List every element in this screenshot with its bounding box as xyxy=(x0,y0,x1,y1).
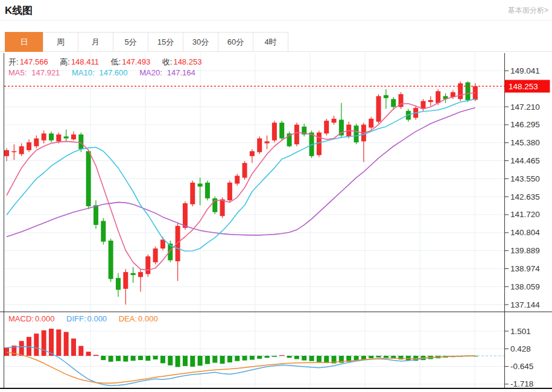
macd-bar-down xyxy=(160,356,165,363)
y-axis-label: 140.804 xyxy=(510,228,540,237)
high-label: 高: xyxy=(60,57,70,66)
y-axis-label: 145.380 xyxy=(510,138,540,147)
macd-bar-down xyxy=(116,356,121,361)
candle-body xyxy=(265,141,270,143)
macd-axis-label: -0.645 xyxy=(510,362,533,371)
dea-label: DEA: xyxy=(119,314,137,323)
ma-legend: MA5:147.921 MA10:147.600 MA20:147.164 xyxy=(8,68,197,77)
tab-4hour[interactable]: 4时 xyxy=(253,32,288,52)
macd-bar-down xyxy=(361,356,366,359)
tab-week[interactable]: 周 xyxy=(43,32,78,52)
open-value: 147.566 xyxy=(20,57,48,66)
macd-bar-down xyxy=(317,356,322,362)
candle-body xyxy=(42,133,46,140)
open-label: 开: xyxy=(8,57,19,66)
candle-body xyxy=(183,203,188,228)
candle-body xyxy=(153,248,158,262)
candle-body xyxy=(376,96,381,121)
timeframe-tabs: 日周月5分15分30分60分4时 xyxy=(5,32,288,52)
ma10-value: 147.600 xyxy=(100,68,128,77)
candle-body xyxy=(354,125,359,142)
macd-bar-down xyxy=(138,356,143,360)
macd-bar-up xyxy=(94,355,98,356)
candle-body xyxy=(71,134,76,139)
candle-body xyxy=(4,150,9,156)
macd-bar-down xyxy=(272,356,277,357)
dea-line xyxy=(7,352,475,383)
candle-body xyxy=(243,163,247,177)
candle-body xyxy=(369,119,373,128)
macd-bar-down xyxy=(205,356,210,364)
candle-body xyxy=(465,83,470,100)
candle-body xyxy=(332,119,337,123)
macd-bar-down xyxy=(168,356,173,365)
ma20-line xyxy=(7,108,475,237)
y-axis-label: 147.210 xyxy=(510,103,540,112)
macd-bar-down xyxy=(176,356,180,367)
candle-body xyxy=(436,91,440,103)
macd-bar-up xyxy=(19,341,24,356)
tab-60min[interactable]: 60分 xyxy=(218,32,253,52)
candle-body xyxy=(391,99,396,107)
candle-body xyxy=(131,273,136,275)
macd-value: 0.000 xyxy=(35,314,55,323)
macd-axis-label: 0.428 xyxy=(510,344,531,353)
candle-body xyxy=(294,125,299,145)
macd-bar-up xyxy=(86,352,91,356)
high-value: 148.411 xyxy=(71,57,99,66)
candle-body xyxy=(384,95,389,98)
candle-body xyxy=(227,183,232,200)
y-axis-label: 144.465 xyxy=(510,156,540,165)
macd-bar-up xyxy=(279,355,284,356)
macd-bar-down xyxy=(294,356,299,359)
y-axis-label: 146.295 xyxy=(510,120,540,129)
macd-bar-down xyxy=(131,356,136,361)
macd-bar-down xyxy=(145,356,150,361)
tab-30min[interactable]: 30分 xyxy=(183,32,218,52)
y-axis-label: 141.720 xyxy=(510,210,540,219)
candle-body xyxy=(205,183,210,198)
macd-bar-up xyxy=(78,346,83,356)
macd-bar-up xyxy=(71,338,76,356)
ma20-label: MA20: xyxy=(139,68,162,77)
tab-month[interactable]: 月 xyxy=(78,32,113,52)
macd-bar-up xyxy=(42,330,46,356)
macd-bar-down xyxy=(265,356,270,358)
macd-label: MACD: xyxy=(8,314,34,323)
y-axis-label: 149.041 xyxy=(510,66,540,75)
macd-bar-down xyxy=(369,356,373,358)
y-axis-label: 143.550 xyxy=(510,174,540,183)
candle-body xyxy=(324,121,329,133)
low-value: 147.493 xyxy=(122,57,150,66)
ma5-line xyxy=(7,93,475,270)
candle-body xyxy=(428,100,433,102)
candle-body xyxy=(190,183,195,204)
macd-bar-up xyxy=(56,329,61,356)
candle-body xyxy=(257,138,262,152)
candle-body xyxy=(101,221,106,241)
y-axis-label: 138.059 xyxy=(510,282,540,291)
macd-bar-down xyxy=(153,356,158,359)
tab-5min[interactable]: 5分 xyxy=(113,32,148,52)
macd-bar-down xyxy=(198,356,203,365)
macd-bar-down xyxy=(227,356,232,362)
candle-body xyxy=(458,83,463,99)
macd-bar-down xyxy=(123,356,128,362)
y-axis-label: 137.144 xyxy=(510,300,540,309)
macd-bar-down xyxy=(220,356,225,364)
tab-15min[interactable]: 15分 xyxy=(148,32,183,52)
candle-body xyxy=(34,138,39,146)
close-label: 收: xyxy=(162,57,173,66)
macd-bar-down xyxy=(109,356,113,362)
y-axis-label: 139.889 xyxy=(510,246,540,255)
candle-body xyxy=(78,134,83,149)
candle-body xyxy=(64,136,69,138)
dea-value: 0.000 xyxy=(138,314,158,323)
macd-bar-down xyxy=(250,356,255,360)
tab-day[interactable]: 日 xyxy=(5,32,43,52)
macd-legend: MACD:0.000 DIFF:0.000 DEA:0.000 xyxy=(8,314,159,323)
ma10-label: MA10: xyxy=(72,68,95,77)
candle-body xyxy=(317,133,322,155)
macd-bar-down xyxy=(101,356,106,360)
candle-body xyxy=(19,147,24,154)
